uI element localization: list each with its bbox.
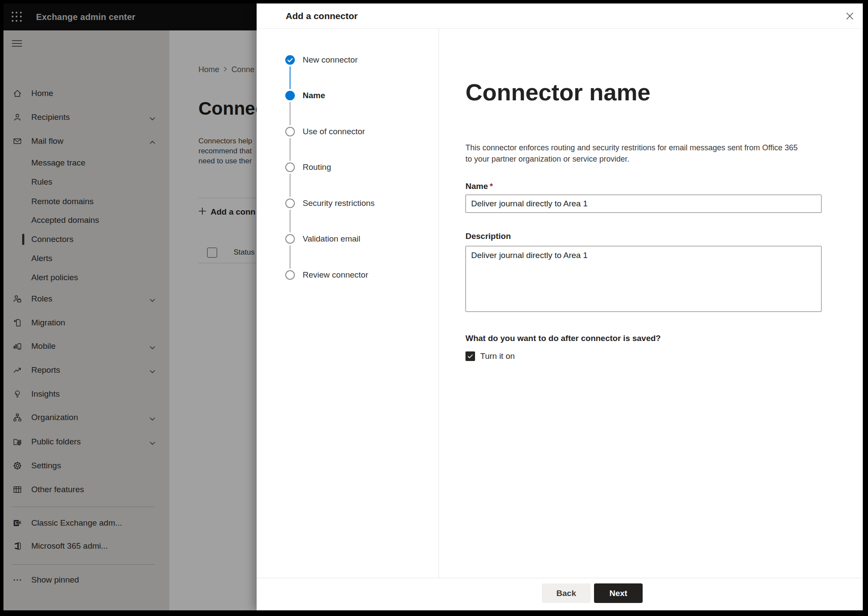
- step-circle-routing[interactable]: [285, 162, 295, 172]
- step-connector-line: [290, 245, 290, 268]
- step-circle-review-connector[interactable]: [285, 270, 295, 280]
- step-name[interactable]: Name: [303, 87, 325, 104]
- required-asterisk: *: [490, 182, 493, 191]
- name-field-label: Name*: [465, 182, 493, 191]
- screen: Exchange admin center Home Recipients Ma…: [3, 3, 863, 610]
- checkmark-icon: [285, 55, 295, 65]
- turn-it-on-checkbox-row[interactable]: Turn it on: [465, 351, 515, 361]
- connector-name-heading: Connector name: [465, 80, 650, 104]
- footer-divider: [257, 578, 863, 578]
- back-button[interactable]: Back: [542, 583, 591, 603]
- step-security-restrictions[interactable]: Security restrictions: [303, 195, 375, 212]
- after-save-question: What do you want to do after connector i…: [465, 334, 661, 343]
- step-connector-line: [290, 138, 290, 161]
- connector-description-text: This connector enforces routing and secu…: [465, 142, 798, 165]
- name-input[interactable]: [465, 195, 822, 213]
- step-circle-use-of-connector[interactable]: [285, 127, 295, 136]
- pane-divider: [439, 28, 439, 578]
- add-connector-dialog: Add a connector New connector Name Use o…: [257, 3, 863, 610]
- step-connector-line: [290, 102, 290, 125]
- step-use-of-connector[interactable]: Use of connector: [303, 123, 365, 140]
- turn-it-on-label: Turn it on: [480, 351, 515, 361]
- description-textarea[interactable]: Deliver journal directly to Area 1: [465, 246, 822, 312]
- step-circle-new-connector[interactable]: [285, 55, 295, 65]
- step-connector-line: [290, 210, 290, 232]
- step-circle-security-restrictions[interactable]: [285, 199, 295, 208]
- step-circle-name[interactable]: [285, 91, 295, 100]
- step-circle-validation-email[interactable]: [285, 234, 295, 244]
- dialog-header: Add a connector: [257, 3, 863, 29]
- step-connector-line: [290, 174, 290, 197]
- step-new-connector[interactable]: New connector: [303, 51, 358, 69]
- step-routing[interactable]: Routing: [303, 159, 331, 176]
- dialog-title: Add a connector: [286, 3, 358, 28]
- checkbox-checked-icon: [465, 351, 475, 361]
- step-review-connector[interactable]: Review connector: [303, 266, 368, 284]
- close-icon[interactable]: [845, 12, 854, 20]
- next-button[interactable]: Next: [594, 583, 643, 603]
- description-field-label: Description: [465, 232, 511, 241]
- step-validation-email[interactable]: Validation email: [303, 230, 360, 248]
- step-connector-line: [290, 66, 290, 89]
